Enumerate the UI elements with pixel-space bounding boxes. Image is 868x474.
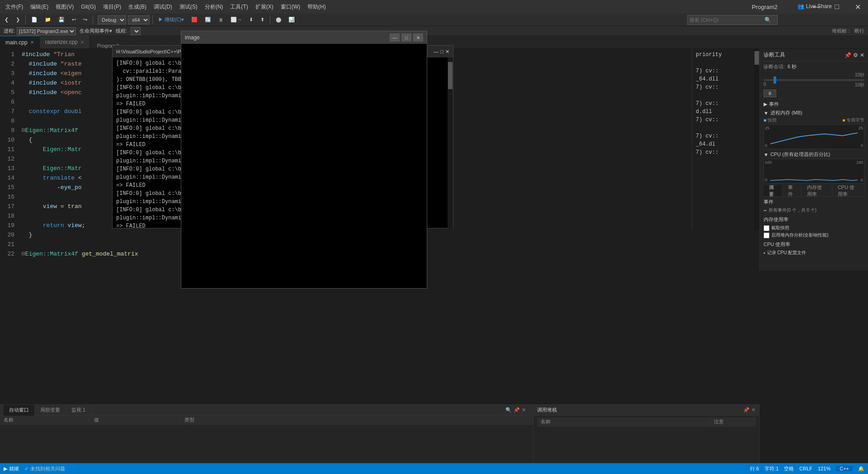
tab-main-cpp[interactable]: main.cpp ✕: [0, 36, 40, 48]
tab-watch1[interactable]: 监视 1: [66, 405, 91, 416]
col-name: 名称: [0, 416, 90, 424]
step-out[interactable]: ⬆: [258, 16, 267, 24]
restart-button[interactable]: 🔄: [202, 16, 214, 24]
console-minimize[interactable]: —: [434, 49, 439, 55]
menu-test[interactable]: 测试(S): [176, 0, 201, 14]
cpu-section[interactable]: ▼ CPU (所有处理器的百分比) 100 0 100 0: [764, 151, 864, 184]
image-maximize[interactable]: □: [401, 33, 411, 42]
image-title-bar[interactable]: image — □ ✕: [181, 31, 427, 44]
no-issues-label: 未找到相关问题: [30, 465, 65, 472]
menu-extensions[interactable]: 扩展(X): [252, 0, 277, 14]
line-num: 13: [0, 164, 14, 173]
toolbar-open[interactable]: 📁: [42, 16, 54, 24]
auto-pin-icon[interactable]: 📌: [514, 407, 520, 413]
menu-file[interactable]: 文件(F): [2, 0, 27, 14]
diag-btn[interactable]: 📊: [286, 16, 297, 24]
status-right: 行:6 字符:1 空格 CRLF 121% C++ 🔔: [750, 465, 864, 472]
step-into[interactable]: ⬇: [246, 16, 256, 24]
summary-content: 事件 •• 所有事件(0 个，共 0 个) 内存使用率 截取快照 启用堆内存分析…: [764, 199, 864, 256]
pause-button[interactable]: ⏸: [216, 16, 226, 24]
menu-edit[interactable]: 编辑(E): [27, 0, 52, 14]
image-minimize[interactable]: —: [390, 33, 400, 42]
output-scrollbar[interactable]: [754, 49, 760, 230]
search-input[interactable]: [688, 17, 764, 23]
diag-close-icon[interactable]: ✕: [860, 52, 864, 58]
debug-bar: 进程: [15372] Program2.exe 生命周期事件▾ 线程: 堆栈帧…: [0, 26, 868, 36]
right-output-line: 7) cv::: [696, 100, 756, 108]
menu-build[interactable]: 生成(B): [125, 0, 150, 14]
maximize-button[interactable]: □: [826, 0, 847, 14]
output-scroll-thumb[interactable]: [755, 51, 759, 65]
toolbar-undo[interactable]: ↩: [69, 16, 79, 24]
debug-config-select[interactable]: Debug: [98, 15, 126, 24]
tab-cpu-usage[interactable]: CPU 使用率: [832, 185, 864, 196]
call-stack-table-header: 名称 注意: [537, 417, 755, 427]
step-over[interactable]: ⬜→: [228, 16, 245, 24]
tab-rasterizer[interactable]: rasterizer.cpp ✕: [40, 36, 90, 48]
right-output-line: 7) cv::: [696, 67, 756, 75]
right-output-line: 7) cv::: [696, 132, 756, 140]
diag-header: 诊断工具 📌 ⚙ ✕: [760, 49, 868, 62]
minimize-button[interactable]: —: [806, 0, 826, 14]
console-scroll-thumb[interactable]: [448, 62, 453, 89]
menu-view[interactable]: 视图(V): [52, 0, 77, 14]
platform-select[interactable]: x64: [128, 15, 150, 24]
diag-pin-icon[interactable]: 📌: [844, 52, 851, 58]
events-count: •• 所有事件(0 个，共 0 个): [764, 207, 864, 213]
call-stack-close[interactable]: ✕: [751, 407, 755, 413]
toolbar-sep4: [270, 15, 270, 24]
auto-close-icon[interactable]: ✕: [522, 407, 526, 413]
col-type: 类型: [181, 416, 533, 424]
menu-analyze[interactable]: 分析(N): [201, 0, 227, 14]
diag-settings-icon[interactable]: ⚙: [853, 52, 858, 58]
continue-button[interactable]: ▶ 继续(C)▾: [156, 15, 187, 24]
menu-project[interactable]: 项目(P): [99, 0, 125, 14]
toolbar-save[interactable]: 💾: [56, 16, 67, 24]
diagnostics-panel: 诊断工具 📌 ⚙ ✕ 诊断会话: 6 秒 10秒 010秒: [760, 49, 868, 270]
menu-help[interactable]: 帮助(H): [304, 0, 330, 14]
events-section[interactable]: ▶ 事件: [764, 101, 864, 108]
search-icon[interactable]: 🔍: [764, 17, 771, 23]
toolbar-forward[interactable]: ❯: [13, 16, 23, 24]
toolbar-new[interactable]: 📄: [28, 16, 40, 24]
breakpoint-btn[interactable]: ⬤: [273, 16, 284, 24]
menu-debug[interactable]: 调试(D): [150, 0, 176, 14]
heap-analysis-checkbox[interactable]: [764, 232, 769, 238]
breaklines-btn[interactable]: 断行: [854, 28, 864, 34]
image-close[interactable]: ✕: [413, 33, 423, 42]
console-title: H:\VisualStudioProject\C++\P: [116, 49, 181, 54]
memory-label: 进程内存 (MB): [770, 109, 802, 116]
lifecycle-label[interactable]: 生命周期事件▾: [80, 28, 112, 34]
console-close[interactable]: ✕: [445, 49, 449, 55]
tab-main-close[interactable]: ✕: [30, 40, 34, 45]
memory-section[interactable]: ▼ 进程内存 (MB) ■ 快照 ■ 专用字节 25 0 25 0: [764, 109, 864, 149]
pause-recording-btn[interactable]: ⏸: [764, 90, 776, 97]
tab-locals[interactable]: 局部变量: [35, 405, 66, 416]
line-num: 18: [0, 211, 14, 221]
call-stack-pin[interactable]: 📌: [743, 407, 750, 413]
console-scrollbar[interactable]: [448, 57, 453, 229]
tab-summary[interactable]: 摘要: [764, 185, 783, 196]
menu-git[interactable]: Git(G): [77, 0, 99, 14]
menu-window[interactable]: 窗口(W): [277, 0, 304, 14]
console-maximize[interactable]: □: [440, 49, 443, 55]
cpu-profile-item: • 记录 CPU 配置文件: [764, 250, 864, 256]
stop-button[interactable]: 🟥: [189, 16, 200, 24]
tab-events[interactable]: 事件: [783, 185, 802, 196]
toolbar-redo[interactable]: ↪: [80, 16, 90, 24]
menu-tools[interactable]: 工具(T): [226, 0, 251, 14]
tab-rasterizer-close[interactable]: ✕: [80, 40, 84, 45]
tab-memory-usage[interactable]: 内存使用率: [802, 185, 832, 196]
toolbar-back[interactable]: ❮: [2, 16, 11, 24]
snapshot-checkbox[interactable]: [764, 225, 769, 231]
snapshot-item: 截取快照: [764, 225, 864, 231]
notifications-icon[interactable]: 🔔: [858, 466, 864, 472]
thread-label: 线程:: [116, 28, 127, 34]
tab-auto-window[interactable]: 自动窗口: [4, 405, 35, 416]
close-button[interactable]: ✕: [847, 0, 868, 14]
events-summary-label: 事件: [764, 199, 864, 205]
thread-select[interactable]: [131, 27, 141, 35]
auto-search-icon[interactable]: 🔍: [505, 407, 512, 413]
process-select[interactable]: [15372] Program2.exe: [17, 27, 76, 35]
timeline-thumb[interactable]: [774, 76, 776, 84]
